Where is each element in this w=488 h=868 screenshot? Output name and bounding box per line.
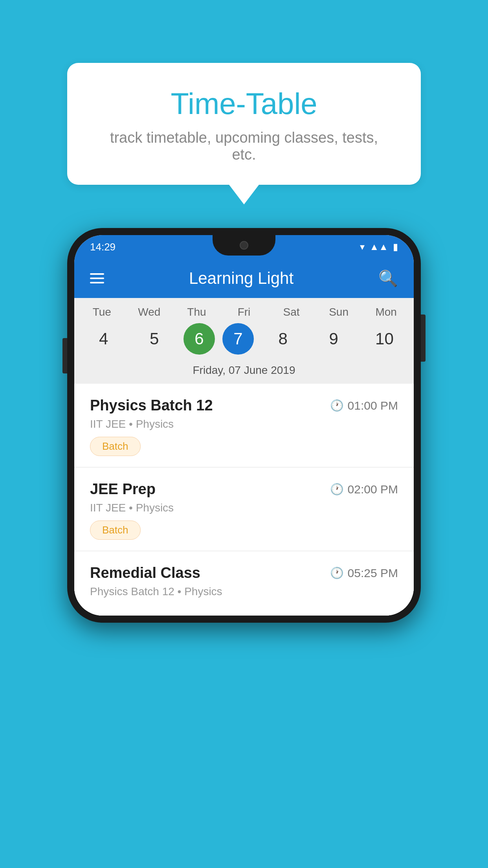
hamburger-line-2 (90, 278, 104, 279)
clock-icon-1: 🕐 (330, 399, 344, 412)
schedule-item-sub-1: IIT JEE • Physics (90, 418, 398, 430)
phone-camera (240, 241, 248, 250)
phone-button-left (62, 338, 67, 373)
schedule-item-physics-batch[interactable]: Physics Batch 12 🕐 01:00 PM IIT JEE • Ph… (74, 384, 414, 467)
schedule-item-sub-2: IIT JEE • Physics (90, 502, 398, 514)
hamburger-line-3 (90, 282, 104, 283)
batch-badge-1: Batch (90, 437, 141, 456)
schedule-item-time-3: 🕐 05:25 PM (330, 566, 398, 580)
day-headers: Tue Wed Thu Fri Sat Sun Mon (74, 306, 414, 318)
speech-bubble-wrapper: Time-Table track timetable, upcoming cla… (67, 63, 421, 204)
day-num-4[interactable]: 4 (82, 323, 125, 355)
search-icon[interactable]: 🔍 (378, 269, 398, 288)
batch-badge-2: Batch (90, 520, 141, 540)
hamburger-line-1 (90, 273, 104, 275)
battery-icon: ▮ (393, 241, 398, 252)
day-header-sat: Sat (270, 306, 313, 318)
day-header-thu: Thu (175, 306, 218, 318)
schedule-item-time-2: 🕐 02:00 PM (330, 483, 398, 496)
app-bar-title: Learning Light (104, 269, 378, 288)
schedule-item-header-2: JEE Prep 🕐 02:00 PM (90, 481, 398, 498)
speech-bubble-subtitle: track timetable, upcoming classes, tests… (99, 129, 389, 163)
schedule-item-header-3: Remedial Class 🕐 05:25 PM (90, 565, 398, 581)
day-header-mon: Mon (365, 306, 408, 318)
phone-button-right (421, 314, 426, 362)
day-header-fri: Fri (222, 306, 266, 318)
day-num-9[interactable]: 9 (312, 323, 355, 355)
calendar-strip: Tue Wed Thu Fri Sat Sun Mon 4 5 6 7 8 9 … (74, 298, 414, 384)
speech-bubble-arrow (229, 185, 259, 204)
schedule-list: Physics Batch 12 🕐 01:00 PM IIT JEE • Ph… (74, 384, 414, 616)
speech-bubble-card: Time-Table track timetable, upcoming cla… (67, 63, 421, 185)
app-bar: Learning Light 🔍 (74, 259, 414, 298)
speech-bubble-title: Time-Table (99, 86, 389, 121)
schedule-item-name-2: JEE Prep (90, 481, 156, 498)
schedule-item-sub-3: Physics Batch 12 • Physics (90, 585, 398, 598)
clock-icon-3: 🕐 (330, 566, 344, 579)
day-num-5[interactable]: 5 (133, 323, 176, 355)
schedule-item-name-3: Remedial Class (90, 565, 200, 581)
phone-notch (213, 235, 275, 256)
schedule-item-name-1: Physics Batch 12 (90, 397, 213, 414)
day-header-wed: Wed (128, 306, 171, 318)
schedule-item-remedial[interactable]: Remedial Class 🕐 05:25 PM Physics Batch … (74, 551, 414, 616)
wifi-icon: ▾ (360, 241, 365, 252)
selected-date-label: Friday, 07 June 2019 (74, 361, 414, 384)
day-num-6-today[interactable]: 6 (183, 323, 215, 355)
status-time: 14:29 (90, 241, 116, 253)
clock-icon-2: 🕐 (330, 483, 344, 496)
signal-icon: ▲▲ (369, 241, 388, 252)
day-num-8[interactable]: 8 (261, 323, 305, 355)
day-numbers: 4 5 6 7 8 9 10 (74, 318, 414, 361)
schedule-item-jee-prep[interactable]: JEE Prep 🕐 02:00 PM IIT JEE • Physics Ba… (74, 467, 414, 551)
status-icons: ▾ ▲▲ ▮ (360, 241, 398, 252)
phone-wrapper: 14:29 ▾ ▲▲ ▮ Learning Light 🔍 (67, 228, 421, 623)
schedule-item-header-1: Physics Batch 12 🕐 01:00 PM (90, 397, 398, 414)
day-header-sun: Sun (317, 306, 360, 318)
phone-screen: 14:29 ▾ ▲▲ ▮ Learning Light 🔍 (74, 235, 414, 616)
schedule-item-time-1: 🕐 01:00 PM (330, 399, 398, 412)
hamburger-icon[interactable] (90, 273, 104, 283)
day-header-tue: Tue (80, 306, 123, 318)
day-num-7-selected[interactable]: 7 (222, 323, 254, 355)
phone-frame: 14:29 ▾ ▲▲ ▮ Learning Light 🔍 (67, 228, 421, 623)
day-num-10[interactable]: 10 (363, 323, 406, 355)
